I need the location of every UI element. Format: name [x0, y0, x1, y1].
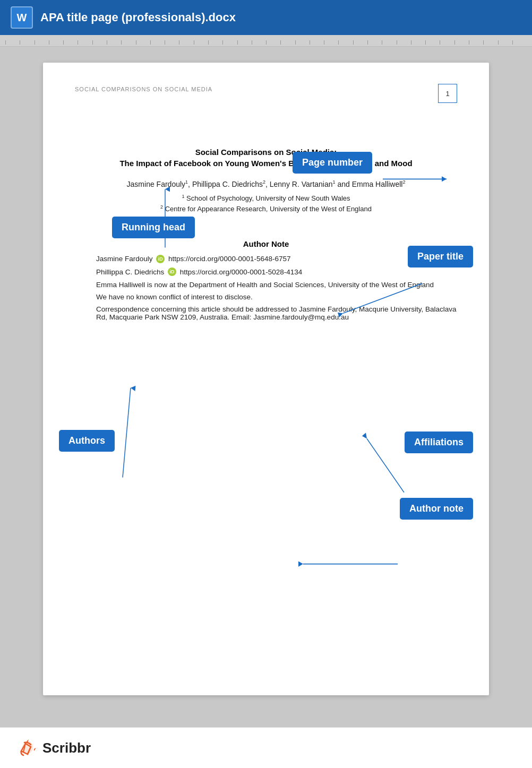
affiliation2-text: Centre for Appearance Research, Universi…	[165, 205, 372, 213]
scribbr-logo-icon	[16, 737, 37, 758]
author1: Jasmine Fardouly1	[127, 180, 188, 188]
paper-title-annotation: Paper title	[408, 246, 473, 267]
document-title: APA title page (professionals).docx	[40, 11, 236, 24]
affiliations-section: 1 School of Psychology, University of Ne…	[75, 194, 457, 213]
correspondence-line: Correspondence concerning this article s…	[96, 305, 457, 321]
author-note-section: Author Note Jasmine Fardouly iD https://…	[75, 239, 457, 321]
author4: and Emma Halliwell2	[337, 180, 405, 188]
affiliation2-line: 2 Centre for Appearance Research, Univer…	[75, 204, 457, 213]
orcid-url-2: https://orcid.org/0000-0001-5028-4134	[180, 268, 302, 276]
running-head-text: SOCIAL COMPARISONS ON SOCIAL MEDIA	[75, 84, 212, 93]
document-wrapper: 1 SOCIAL COMPARISONS ON SOCIAL MEDIA Run…	[0, 47, 532, 727]
page-number-annotation: Page number	[293, 152, 372, 174]
conflict-note: We have no known conflict of interest to…	[96, 293, 457, 301]
authors-annotation: Authors	[59, 430, 115, 452]
author3: Lenny R. Vartanian1	[270, 180, 336, 188]
authors-section: Jasmine Fardouly1, Phillippa C. Diedrich…	[75, 179, 457, 188]
word-icon: W	[11, 6, 33, 29]
running-head-annotation: Running head	[112, 217, 195, 238]
paper-title-section: Social Comparisons on Social Media: The …	[75, 148, 457, 168]
paper-title-main: Social Comparisons on Social Media:	[75, 148, 457, 157]
top-bar: W APA title page (professionals).docx	[0, 0, 532, 35]
author-note-title: Author Note	[75, 239, 457, 248]
svg-line-3	[123, 388, 131, 478]
author-note-item-1: Jasmine Fardouly iD https://orcid.org/00…	[96, 255, 457, 263]
paper-title-sub: The Impact of Facebook on Young Women's …	[75, 159, 457, 168]
author-note-name-2: Phillippa C. Diedrichs	[96, 268, 164, 276]
ruler	[0, 35, 532, 47]
orcid-icon-1: iD	[156, 255, 165, 263]
author-note-annotation: Author note	[400, 498, 473, 520]
author-note-item-2: Phillippa C. Diedrichs iD https://orcid.…	[96, 268, 457, 277]
page-number-value: 1	[445, 90, 449, 98]
orcid-url-1: https://orcid.org/0000-0001-5648-6757	[168, 255, 290, 263]
author-note-name-1: Jasmine Fardouly	[96, 255, 153, 263]
ruler-marks	[0, 37, 532, 45]
affiliation1-line: 1 School of Psychology, University of Ne…	[75, 194, 457, 202]
svg-line-4	[367, 438, 404, 492]
document: 1 SOCIAL COMPARISONS ON SOCIAL MEDIA Run…	[43, 63, 489, 695]
affiliations-annotation: Affiliations	[405, 432, 473, 453]
page-number-box: 1	[438, 84, 457, 103]
orcid-icon-2: iD	[168, 267, 176, 276]
dept-note: Emma Halliwell is now at the Department …	[96, 281, 457, 289]
brand-name: Scribbr	[42, 740, 91, 756]
bottom-bar: Scribbr	[0, 727, 532, 768]
affiliation1-text: School of Psychology, University of New …	[186, 194, 350, 202]
author2: Phillippa C. Diedrichs2	[192, 180, 265, 188]
